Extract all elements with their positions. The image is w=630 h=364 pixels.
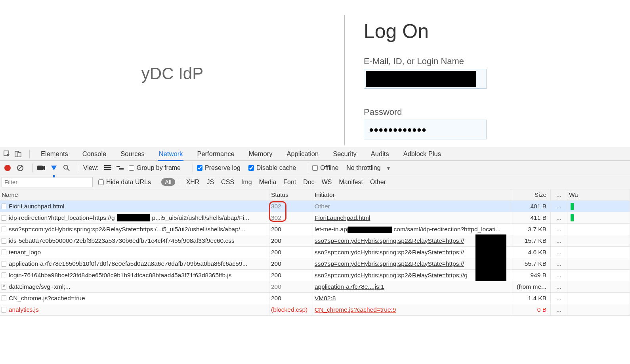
request-row[interactable]: FioriLaunchpad.html302Other401 B...	[0, 201, 630, 212]
col-status[interactable]: Status	[269, 189, 313, 200]
request-row[interactable]: analytics.js(blocked:csp)CN_chrome.js?ca…	[0, 304, 630, 316]
request-status: 200	[269, 281, 313, 292]
tab-adblock-plus[interactable]: Adblock Plus	[403, 147, 442, 160]
throttling-select[interactable]: No throttling▼	[346, 164, 391, 172]
initiator-link[interactable]: let-me-in.apj.com/saml/idp-redirection?h…	[315, 226, 500, 233]
request-initiator: FioriLaunchpad.html	[313, 212, 511, 223]
row-overflow[interactable]: ...	[551, 212, 567, 223]
initiator-link[interactable]: sso?sp=com:ydcHybris:spring:sp2&RelaySta…	[315, 249, 464, 256]
devtools-tabbar: ElementsConsoleSourcesNetworkPerformance…	[0, 147, 630, 161]
device-toggle-icon[interactable]	[14, 150, 22, 158]
redacted-block	[117, 214, 150, 221]
search-icon[interactable]	[62, 164, 71, 172]
filter-all-pill[interactable]: All	[161, 178, 175, 186]
tab-application[interactable]: Application	[286, 147, 319, 160]
capture-screenshots-icon[interactable]	[37, 164, 46, 172]
filter-toggle-icon[interactable]	[50, 164, 58, 172]
col-size[interactable]: Size	[511, 189, 551, 200]
initiator-link[interactable]: sso?sp=com:ydcHybris:spring:sp2&RelaySta…	[315, 260, 464, 267]
password-field[interactable]	[364, 120, 487, 139]
divider	[344, 15, 345, 145]
file-icon	[2, 284, 6, 290]
filter-input[interactable]	[2, 177, 93, 187]
request-name: login-76164bba98bcef23fd84be65f08c9b1b91…	[9, 272, 232, 279]
request-row[interactable]: sso?sp=com:ydcHybris:spring:sp2&RelaySta…	[0, 224, 630, 235]
inspect-icon[interactable]	[3, 150, 11, 158]
filter-type-manifest[interactable]: Manifest	[339, 179, 363, 186]
col-initiator[interactable]: Initiator	[313, 189, 511, 200]
tab-elements[interactable]: Elements	[40, 147, 69, 160]
svg-point-6	[64, 165, 68, 169]
row-overflow[interactable]: ...	[551, 201, 567, 212]
filter-type-css[interactable]: CSS	[221, 179, 234, 186]
filter-type-ws[interactable]: WS	[322, 179, 332, 186]
request-name: tenant_logo	[9, 249, 41, 256]
separator	[29, 150, 30, 158]
request-name: CN_chrome.js?cached=true	[9, 295, 85, 302]
request-row[interactable]: tenant_logo200sso?sp=com:ydcHybris:sprin…	[0, 247, 630, 258]
filter-type-xhr[interactable]: XHR	[186, 179, 200, 186]
brand-title: yDC IdP	[141, 64, 203, 83]
request-row[interactable]: ids-5cba0a7c0b50000072ebf3b223a53730b6ed…	[0, 235, 630, 247]
tab-console[interactable]: Console	[82, 147, 107, 160]
file-icon	[2, 227, 6, 232]
request-waterfall	[567, 281, 630, 292]
initiator-link[interactable]: FioriLaunchpad.html	[315, 214, 370, 221]
filter-type-media[interactable]: Media	[259, 179, 277, 186]
overview-icon[interactable]	[116, 164, 125, 172]
email-label: E-Mail, ID, or Login Name	[364, 56, 487, 67]
row-overflow[interactable]: ...	[551, 235, 567, 246]
initiator-link[interactable]: sso?sp=com:ydcHybris:spring:sp2&RelaySta…	[315, 272, 468, 279]
large-rows-icon[interactable]	[103, 164, 112, 172]
offline-checkbox[interactable]: Offline	[312, 164, 338, 172]
initiator-link[interactable]: sso?sp=com:ydcHybris:spring:sp2&RelaySta…	[315, 237, 464, 244]
request-row[interactable]: application-a7fc78e16509b10f0f7d0f78e0ef…	[0, 258, 630, 270]
tab-memory[interactable]: Memory	[248, 147, 273, 160]
tab-sources[interactable]: Sources	[120, 147, 145, 160]
col-waterfall[interactable]: Wa	[567, 189, 630, 200]
filter-type-font[interactable]: Font	[283, 179, 296, 186]
preserve-log-checkbox[interactable]: Preserve log	[197, 164, 241, 172]
filter-type-other[interactable]: Other	[370, 179, 386, 186]
request-status: (blocked:csp)	[269, 304, 313, 315]
request-initiator: application-a7fc78e....js:1	[313, 281, 511, 292]
request-row[interactable]: login-76164bba98bcef23fd84be65f08c9b1b91…	[0, 270, 630, 281]
row-overflow[interactable]: ...	[551, 247, 567, 258]
hide-data-urls-checkbox[interactable]: Hide data URLs	[98, 179, 151, 186]
group-by-frame-checkbox[interactable]: Group by frame	[129, 164, 181, 172]
initiator-link[interactable]: application-a7fc78e....js:1	[315, 283, 384, 290]
redacted-block	[366, 71, 476, 87]
svg-rect-8	[104, 165, 111, 166]
request-row[interactable]: CN_chrome.js?cached=true200VM82:81.4 KB.…	[0, 293, 630, 304]
request-size: 15.7 KB	[511, 235, 551, 246]
col-name[interactable]: Name	[0, 189, 269, 200]
tab-audits[interactable]: Audits	[370, 147, 390, 160]
request-size: 1.4 KB	[511, 293, 551, 304]
tab-network[interactable]: Network	[158, 147, 184, 161]
filter-type-img[interactable]: Img	[241, 179, 252, 186]
request-status: 200	[269, 258, 313, 269]
filter-type-js[interactable]: JS	[206, 179, 214, 186]
record-button[interactable]	[3, 164, 12, 172]
col-dots[interactable]: ...	[551, 189, 567, 200]
request-status: 200	[269, 270, 313, 281]
initiator-link[interactable]: VM82:8	[315, 295, 336, 302]
request-name: analytics.js	[9, 306, 39, 313]
disable-cache-checkbox[interactable]: Disable cache	[248, 164, 296, 172]
request-row[interactable]: idp-redirection?httpd_location=https://g…	[0, 212, 630, 224]
row-overflow[interactable]: ...	[551, 304, 567, 315]
row-overflow[interactable]: ...	[551, 270, 567, 281]
row-overflow[interactable]: ...	[551, 224, 567, 235]
tab-security[interactable]: Security	[332, 147, 357, 160]
email-field[interactable]	[364, 69, 487, 89]
initiator-link[interactable]: CN_chrome.js?cached=true:9	[315, 306, 396, 313]
request-size: 411 B	[511, 212, 551, 223]
tab-performance[interactable]: Performance	[196, 147, 235, 160]
filter-type-doc[interactable]: Doc	[303, 179, 314, 186]
request-row[interactable]: data:image/svg+xml;...200application-a7f…	[0, 281, 630, 293]
request-status: 200	[269, 293, 313, 304]
row-overflow[interactable]: ...	[551, 281, 567, 292]
row-overflow[interactable]: ...	[551, 258, 567, 269]
row-overflow[interactable]: ...	[551, 293, 567, 304]
clear-button[interactable]	[16, 164, 25, 172]
